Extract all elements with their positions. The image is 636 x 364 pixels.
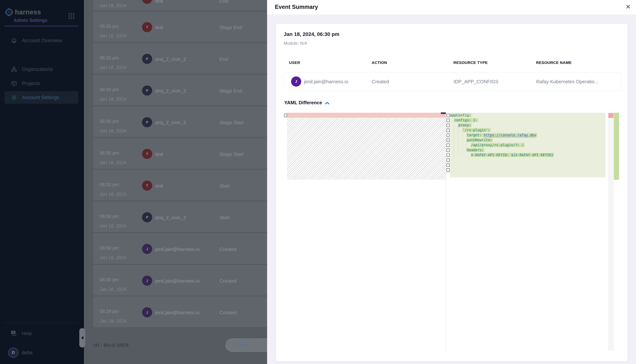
- event-date: Jan 18, 2024: [100, 128, 126, 134]
- drawer-header: Event Summary ✕: [267, 0, 636, 15]
- event-date: Jan 18, 2024: [100, 287, 126, 292]
- close-icon[interactable]: ✕: [626, 3, 631, 10]
- org-icon: [11, 66, 17, 72]
- event-action: Stage End: [220, 25, 242, 30]
- avatar: T: [142, 22, 152, 32]
- avatar: J: [142, 307, 152, 318]
- sidebar-user[interactable]: D deba: [8, 348, 33, 358]
- yaml-line: configs: |-: [450, 118, 478, 123]
- diff-glyph-square[interactable]: [284, 114, 287, 117]
- sidebar-subtitle: Admin Settings: [14, 18, 47, 23]
- event-actor: test: [155, 25, 163, 30]
- diff-glyph-square[interactable]: [447, 154, 450, 157]
- diff-glyph-square[interactable]: [447, 148, 450, 152]
- event-date: Jan 18, 2024: [100, 160, 126, 165]
- drawer-title: Event Summary: [275, 4, 318, 10]
- event-actor: test: [155, 152, 163, 157]
- prev-page-button[interactable]: ← Prev: [231, 342, 247, 348]
- event-date: Jan 18, 2024: [100, 318, 126, 324]
- diff-scrollbar[interactable]: [608, 112, 614, 351]
- page-number-button[interactable]: 1: [263, 342, 265, 348]
- event-summary-card: Jan 18, 2024, 06:30 pm Module: N/A USER …: [276, 24, 627, 362]
- event-time: 06:30 pm: [100, 245, 119, 251]
- diff-glyph-square[interactable]: [447, 119, 450, 122]
- diff-glyph-square[interactable]: [447, 134, 450, 137]
- yaml-line: headers:: [450, 148, 484, 152]
- diff-glyph-square[interactable]: [447, 138, 450, 142]
- sidebar-item-help[interactable]: ? Help: [5, 328, 60, 339]
- harness-logo-icon: [5, 8, 13, 16]
- event-row[interactable]: 06:30 pmJan 18, 2024Pproj_2_cron_2Start: [93, 202, 267, 232]
- event-row[interactable]: 06:30 pmJan 18, 2024Pproj_2_cron_2Stage …: [93, 75, 267, 105]
- event-row[interactable]: 06:30 pmJan 18, 2024Jjenil.jain@harness.…: [93, 265, 267, 296]
- event-action: Start: [220, 183, 230, 189]
- user-name: deba: [22, 350, 33, 356]
- yaml-difference-toggle[interactable]: YAML Difference: [284, 100, 329, 106]
- sidebar-bottom-divider: [5, 323, 78, 323]
- yaml-line: target: https://console.rafay.dev: [450, 133, 537, 138]
- event-actor: test: [155, 0, 163, 4]
- yaml-diff-editor[interactable]: appConfig: configs: |- proxy: '/rs-plugi…: [284, 112, 619, 351]
- audit-events-list-dimmed: Jan 18, 2024TtestEnd06:30 pmJan 18, 2024…: [84, 0, 267, 364]
- target-url-link: https://console.rafay.dev: [484, 133, 536, 137]
- event-row[interactable]: 06:30 pmJan 18, 2024Jjenil.jain@harness.…: [93, 233, 267, 264]
- diff-glyph-square[interactable]: [447, 158, 450, 162]
- event-row[interactable]: 06:30 pmJan 18, 2024TtestStage End: [93, 12, 267, 42]
- avatar: P: [142, 117, 152, 127]
- diff-sash-handle[interactable]: [441, 112, 446, 114]
- event-row[interactable]: 06:30 pmJan 18, 2024TtestStart: [93, 170, 267, 200]
- detail-user-avatar: J: [291, 76, 301, 86]
- diff-empty-hatch-region: [287, 118, 446, 180]
- column-header-resource-name: RESOURCE NAME: [536, 60, 572, 65]
- home-icon: [11, 38, 17, 44]
- detail-resource-name: Rafay Kubernetes Operatio...: [536, 79, 598, 84]
- sidebar-item-account-settings[interactable]: Account Settings: [5, 91, 78, 104]
- event-row[interactable]: 06:30 pmJan 18, 2024Pproj_2_cron_2Stage …: [93, 106, 267, 137]
- diff-glyph-square[interactable]: [447, 144, 450, 147]
- sidebar-item-account-overview[interactable]: Account Overview: [5, 34, 78, 47]
- event-time: 06:30 pm: [100, 182, 119, 187]
- pagination-pill: ← Prev 1: [225, 338, 267, 352]
- event-row[interactable]: 06:29 pmJan 18, 2024Jjenil.jain@harness.…: [93, 296, 267, 327]
- event-row[interactable]: 06:30 pmJan 18, 2024TtestStage Start: [93, 138, 267, 169]
- diff-glyph-square[interactable]: [447, 168, 450, 172]
- avatar: T: [142, 149, 152, 159]
- event-time: 06:30 pm: [100, 214, 119, 219]
- chevron-up-icon: [325, 102, 329, 104]
- avatar: P: [142, 54, 152, 64]
- event-row[interactable]: 06:30 pmJan 18, 2024Pproj_2_cron_2End: [93, 43, 267, 74]
- app-grid-icon[interactable]: [68, 13, 75, 19]
- diff-glyph-square[interactable]: [447, 114, 450, 117]
- event-date: Jan 18, 2024: [100, 3, 126, 8]
- diff-glyph-square[interactable]: [447, 128, 450, 132]
- event-action: Created: [220, 278, 237, 284]
- diff-glyph-square[interactable]: [447, 124, 450, 127]
- gear-icon: [11, 94, 17, 100]
- column-header-resource-type: RESOURCE TYPE: [453, 60, 488, 65]
- yaml-line: pathRewrite:: [450, 138, 493, 142]
- brand-name: harness: [15, 8, 41, 16]
- cube-icon: [11, 80, 17, 86]
- event-row[interactable]: Jan 18, 2024TtestEnd: [93, 0, 267, 10]
- sidebar-item-projects[interactable]: Projects: [5, 77, 78, 90]
- event-time: 06:30 pm: [100, 87, 119, 92]
- event-time: 06:30 pm: [100, 119, 119, 124]
- sidebar-collapse-handle[interactable]: [79, 328, 85, 348]
- event-action: Stage Start: [220, 152, 244, 157]
- event-actor: proj_2_cron_2: [155, 120, 186, 126]
- event-action: End: [220, 0, 228, 4]
- yaml-line: X-RAFAY-API-KEYID: ${X-RAFAY-API-KEYID}: [450, 152, 554, 158]
- collapse-left-icon: [81, 336, 83, 340]
- diff-glyph-square[interactable]: [447, 164, 450, 167]
- avatar: P: [142, 86, 152, 96]
- column-header-user: USER: [289, 60, 300, 65]
- event-actor: test: [155, 183, 163, 189]
- event-date: Jan 18, 2024: [100, 96, 126, 102]
- prev-arrow-icon: ←: [231, 342, 236, 348]
- event-actor: jenil.jain@harness.io: [155, 246, 199, 252]
- sidebar-item-organizations[interactable]: Organizations: [5, 63, 78, 76]
- event-detail-row: J jenil.jain@harness.io Created IDP_APP_…: [284, 72, 621, 91]
- avatar: J: [142, 244, 152, 254]
- yaml-difference-label: YAML Difference: [284, 100, 322, 106]
- detail-user: jenil.jain@harness.io: [304, 79, 348, 84]
